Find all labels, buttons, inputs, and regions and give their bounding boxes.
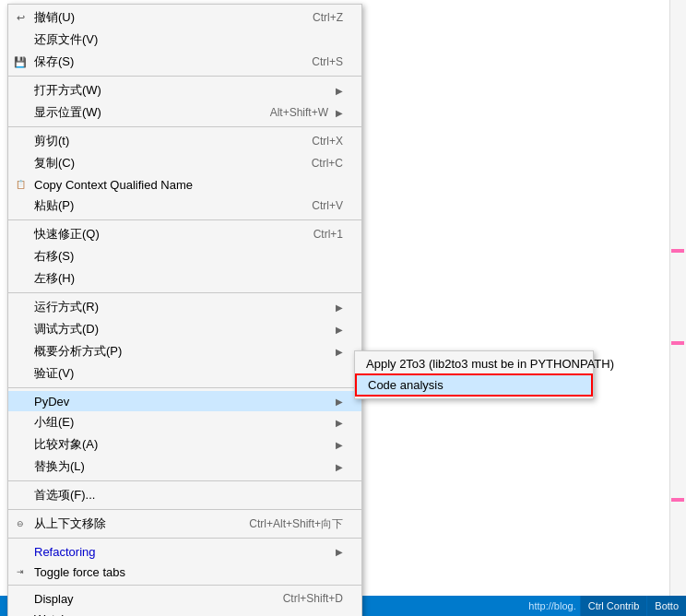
menu-label-validate: 验证(V) [34,365,343,382]
menu-label-shift-right: 右移(S) [34,248,343,265]
menu-item-undo[interactable]: ↩ 撤销(U) Ctrl+Z [8,6,361,29]
separator-6 [8,480,361,481]
arrow-icon-replace: ▶ [336,462,343,472]
submenu-label-code-analysis: Code analysis [368,378,573,392]
arrow-icon-show-position: ▶ [336,108,343,118]
menu-shortcut-copy: Ctrl+C [312,157,343,170]
toggle-tabs-icon: ⇥ [12,567,29,576]
status-ctrl-contrib-label: Ctrl Contrib [588,600,640,611]
menu-item-copy-context[interactable]: 📋 Copy Context Qualified Name [8,174,361,195]
menu-label-open-with: 打开方式(W) [34,82,328,99]
menu-item-pydev[interactable]: PyDev ▶ [8,391,361,411]
submenu-item-apply-2to3[interactable]: Apply 2To3 (lib2to3 must be in PYTHONPAT… [355,353,593,373]
separator-4 [8,292,361,293]
menu-item-paste[interactable]: 粘贴(P) Ctrl+V [8,195,361,217]
copy-context-icon: 📋 [12,180,29,189]
menu-shortcut-quick-fix: Ctrl+1 [313,228,343,241]
menu-shortcut-paste: Ctrl+V [312,199,343,212]
menu-label-copy-context: Copy Context Qualified Name [34,178,343,192]
separator-7 [8,509,361,510]
menu-item-shift-right[interactable]: 右移(S) [8,245,361,267]
arrow-icon-profile-as: ▶ [336,347,343,357]
menu-item-group[interactable]: 小组(E) ▶ [8,411,361,433]
menu-shortcut-show-position: Alt+Shift+W [270,106,328,119]
menu-item-debug-as[interactable]: 调试方式(D) ▶ [8,318,361,340]
menu-item-save[interactable]: 💾 保存(S) Ctrl+S [8,51,361,73]
menu-label-cut: 剪切(t) [34,133,293,149]
menu-label-group: 小组(E) [34,414,328,431]
menu-label-watch: Watch [34,612,343,617]
menu-label-remove: 从上下文移除 [34,515,231,532]
status-btn-bottom[interactable]: Botto [646,596,686,616]
menu-shortcut-display: Ctrl+Shift+D [283,592,343,605]
menu-label-debug-as: 调试方式(D) [34,321,328,338]
separator-3 [8,219,361,220]
menu-label-undo: 撤销(U) [34,9,294,26]
separator-9 [8,585,361,586]
menu-label-restore: 还原文件(V) [34,31,343,48]
context-menu: ↩ 撤销(U) Ctrl+Z 还原文件(V) 💾 保存(S) Ctrl+S 打开… [7,4,362,616]
separator-1 [8,76,361,77]
menu-label-copy: 复制(C) [34,155,293,172]
menu-label-run-as: 运行方式(R) [34,299,328,315]
scrollbar-marker-3 [671,498,684,502]
menu-label-shift-left: 左移(H) [34,270,343,287]
save-icon: 💾 [12,56,29,68]
separator-5 [8,387,361,388]
menu-item-profile-as[interactable]: 概要分析方式(P) ▶ [8,340,361,362]
menu-item-watch[interactable]: ⊕ Watch [8,609,361,616]
scrollbar-area[interactable] [669,0,686,616]
submenu-item-code-analysis[interactable]: Code analysis [355,373,593,397]
menu-item-run-as[interactable]: 运行方式(R) ▶ [8,296,361,318]
menu-item-quick-fix[interactable]: 快速修正(Q) Ctrl+1 [8,223,361,245]
menu-label-show-position: 显示位置(W) [34,104,252,121]
menu-item-compare[interactable]: 比较对象(A) ▶ [8,433,361,456]
menu-label-pydev: PyDev [34,395,328,409]
menu-label-compare: 比较对象(A) [34,436,328,453]
menu-label-paste: 粘贴(P) [34,197,293,214]
arrow-icon-refactoring: ▶ [336,547,343,557]
menu-shortcut-save: Ctrl+S [312,55,343,68]
menu-item-shift-left[interactable]: 左移(H) [8,267,361,290]
menu-item-remove[interactable]: ⊖ 从上下文移除 Ctrl+Alt+Shift+向下 [8,513,361,535]
menu-shortcut-cut: Ctrl+X [312,135,343,148]
arrow-icon-open-with: ▶ [336,86,343,96]
menu-label-refactoring: Refactoring [34,545,328,559]
arrow-icon-pydev: ▶ [336,397,343,407]
status-bar-right: Ctrl Contrib Botto [580,596,686,616]
menu-item-preferences[interactable]: 首选项(F)... [8,484,361,506]
submenu-pydev: Apply 2To3 (lib2to3 must be in PYTHONPAT… [354,350,594,399]
menu-item-toggle-tabs[interactable]: ⇥ Toggle force tabs [8,562,361,582]
menu-label-preferences: 首选项(F)... [34,487,343,503]
menu-item-display[interactable]: Display Ctrl+Shift+D [8,588,361,609]
menu-item-copy[interactable]: 复制(C) Ctrl+C [8,152,361,174]
menu-item-replace[interactable]: 替换为(L) ▶ [8,456,361,478]
menu-item-validate[interactable]: 验证(V) [8,362,361,385]
menu-item-refactoring[interactable]: Refactoring ▶ [8,541,361,562]
menu-item-cut[interactable]: 剪切(t) Ctrl+X [8,130,361,152]
menu-item-show-position[interactable]: 显示位置(W) Alt+Shift+W ▶ [8,101,361,124]
undo-icon: ↩ [12,12,29,24]
menu-label-save: 保存(S) [34,53,293,70]
menu-item-open-with[interactable]: 打开方式(W) ▶ [8,79,361,101]
arrow-icon-group: ▶ [336,418,343,428]
arrow-icon-compare: ▶ [336,440,343,450]
menu-label-quick-fix: 快速修正(Q) [34,226,295,243]
menu-label-toggle-tabs: Toggle force tabs [34,565,343,579]
separator-2 [8,126,361,127]
submenu-label-apply-2to3: Apply 2To3 (lib2to3 must be in PYTHONPAT… [366,357,614,371]
menu-item-restore[interactable]: 还原文件(V) [8,29,361,51]
status-bottom-label: Botto [655,600,679,611]
scrollbar-marker-2 [671,341,684,345]
scrollbar-marker-1 [671,249,684,253]
menu-label-profile-as: 概要分析方式(P) [34,343,328,360]
menu-shortcut-remove: Ctrl+Alt+Shift+向下 [249,516,343,532]
remove-icon: ⊖ [12,519,29,528]
menu-label-replace: 替换为(L) [34,458,328,475]
menu-label-display: Display [34,592,265,606]
arrow-icon-run-as: ▶ [336,302,343,313]
separator-8 [8,538,361,539]
arrow-icon-debug-as: ▶ [336,325,343,335]
status-btn-ctrl-contrib[interactable]: Ctrl Contrib [580,596,647,616]
menu-shortcut-undo: Ctrl+Z [313,11,343,24]
